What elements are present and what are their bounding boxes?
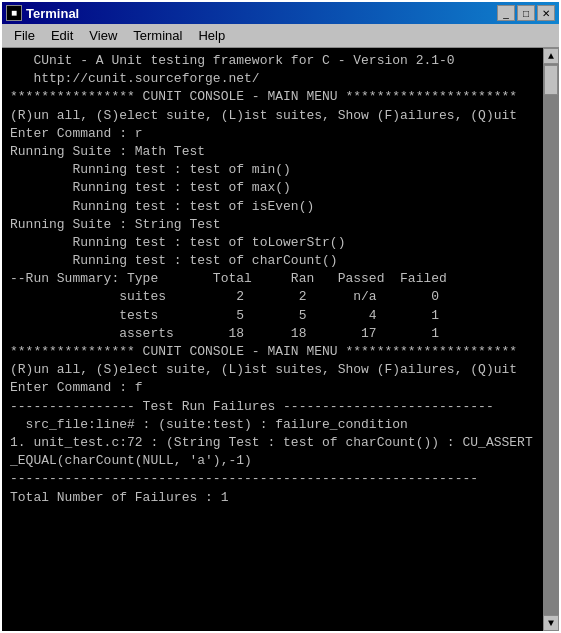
window-title: Terminal (26, 6, 79, 21)
terminal-line: ----------------------------------------… (10, 470, 535, 488)
scroll-up-button[interactable]: ▲ (543, 48, 559, 64)
menu-edit[interactable]: Edit (43, 26, 81, 45)
menu-view[interactable]: View (81, 26, 125, 45)
terminal-line: Running Suite : String Test (10, 216, 535, 234)
terminal-window: ■ Terminal _ □ ✕ File Edit View Terminal… (0, 0, 561, 633)
window-icon-symbol: ■ (11, 8, 17, 19)
terminal-line: Running test : test of isEven() (10, 198, 535, 216)
terminal-line: asserts 18 18 17 1 (10, 325, 535, 343)
terminal-line: Running test : test of max() (10, 179, 535, 197)
terminal-line: Total Number of Failures : 1 (10, 489, 535, 507)
menu-terminal[interactable]: Terminal (125, 26, 190, 45)
scrollbar: ▲ ▼ (543, 48, 559, 631)
terminal-line: Running test : test of toLowerStr() (10, 234, 535, 252)
terminal-line: (R)un all, (S)elect suite, (L)ist suites… (10, 107, 535, 125)
terminal-line: ---------------- Test Run Failures -----… (10, 398, 535, 416)
terminal-line: Running Suite : Math Test (10, 143, 535, 161)
scroll-track[interactable] (543, 64, 559, 615)
close-button[interactable]: ✕ (537, 5, 555, 21)
terminal-output[interactable]: CUnit - A Unit testing framework for C -… (2, 48, 543, 631)
terminal-line: Running test : test of min() (10, 161, 535, 179)
terminal-line: 1. unit_test.c:72 : (String Test : test … (10, 434, 535, 452)
content-area: CUnit - A Unit testing framework for C -… (2, 48, 559, 631)
terminal-line: **************** CUNIT CONSOLE - MAIN ME… (10, 88, 535, 106)
terminal-line: CUnit - A Unit testing framework for C -… (10, 52, 535, 70)
scroll-down-button[interactable]: ▼ (543, 615, 559, 631)
menubar: File Edit View Terminal Help (2, 24, 559, 48)
minimize-button[interactable]: _ (497, 5, 515, 21)
terminal-line: (R)un all, (S)elect suite, (L)ist suites… (10, 361, 535, 379)
window-icon: ■ (6, 5, 22, 21)
terminal-line: http://cunit.sourceforge.net/ (10, 70, 535, 88)
scroll-thumb[interactable] (544, 65, 558, 95)
title-bar-left: ■ Terminal (6, 5, 79, 21)
menu-file[interactable]: File (6, 26, 43, 45)
terminal-line: Enter Command : f (10, 379, 535, 397)
terminal-line: src_file:line# : (suite:test) : failure_… (10, 416, 535, 434)
terminal-line: suites 2 2 n/a 0 (10, 288, 535, 306)
maximize-button[interactable]: □ (517, 5, 535, 21)
terminal-line: Running test : test of charCount() (10, 252, 535, 270)
terminal-line: Enter Command : r (10, 125, 535, 143)
terminal-line: --Run Summary: Type Total Ran Passed Fai… (10, 270, 535, 288)
title-bar: ■ Terminal _ □ ✕ (2, 2, 559, 24)
menu-help[interactable]: Help (190, 26, 233, 45)
title-bar-buttons: _ □ ✕ (497, 5, 555, 21)
terminal-line: _EQUAL(charCount(NULL, 'a'),-1) (10, 452, 535, 470)
terminal-line: tests 5 5 4 1 (10, 307, 535, 325)
terminal-line: **************** CUNIT CONSOLE - MAIN ME… (10, 343, 535, 361)
